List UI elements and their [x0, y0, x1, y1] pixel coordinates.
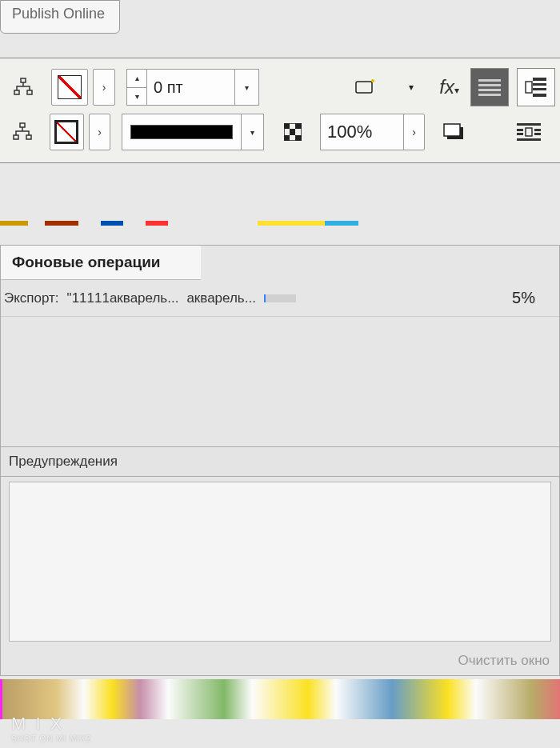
chevron-down-icon: ▾ — [127, 88, 146, 106]
stroke-weight-stepper[interactable]: ▴▾ 0 пт — [126, 69, 235, 106]
svg-rect-11 — [14, 135, 18, 139]
stroke-more-button[interactable]: › — [89, 114, 110, 150]
svg-rect-14 — [284, 123, 290, 129]
warnings-listbox[interactable] — [9, 482, 551, 642]
svg-rect-15 — [295, 123, 302, 129]
svg-rect-22 — [526, 128, 532, 136]
svg-rect-16 — [290, 129, 295, 135]
stroke-style-field[interactable] — [122, 114, 242, 150]
watermark-line1: M I X — [11, 714, 91, 734]
drop-shadow-icon[interactable] — [436, 114, 471, 150]
stroke-style-swatch — [130, 125, 233, 139]
none-swatch-icon — [54, 120, 78, 144]
stroke-swatch-button[interactable] — [50, 114, 85, 150]
svg-rect-20 — [444, 124, 460, 136]
svg-rect-23 — [517, 129, 523, 131]
task-filename: "11111акварель... — [67, 290, 179, 306]
svg-rect-0 — [21, 78, 26, 82]
corner-options-icon[interactable] — [346, 69, 383, 106]
svg-rect-25 — [517, 133, 523, 135]
svg-rect-26 — [534, 133, 541, 135]
fill-swatch-button[interactable] — [51, 69, 88, 106]
stroke-style-dropdown[interactable]: ▾ — [242, 114, 265, 150]
svg-rect-10 — [20, 123, 25, 127]
svg-rect-5 — [533, 78, 546, 81]
task-prefix: Экспорт: — [4, 290, 59, 306]
control-toolbar: › ▴▾ 0 пт ▾ ▾ fx▾ › ▾ 100% — [0, 58, 560, 163]
background-tasks-panel: Фоновые операции Экспорт: "11111акварель… — [0, 245, 560, 676]
clear-window-button[interactable]: Очистить окно — [458, 653, 550, 669]
text-wrap-button[interactable] — [517, 68, 555, 106]
svg-rect-6 — [526, 82, 532, 93]
svg-rect-27 — [517, 138, 541, 141]
chevron-up-icon: ▴ — [127, 70, 146, 88]
toolbar-row-1: › ▴▾ 0 пт ▾ ▾ fx▾ — [0, 65, 560, 110]
text-wrap-active-button[interactable] — [470, 68, 509, 106]
stroke-weight-field[interactable]: 0 пт — [147, 69, 235, 106]
opacity-value: 100% — [327, 122, 372, 142]
stepper-arrows[interactable]: ▴▾ — [126, 69, 147, 106]
none-swatch-icon — [58, 75, 82, 99]
export-task-row: Экспорт: "11111акварель... акварель... 5… — [1, 280, 559, 317]
wrap-option-button[interactable] — [511, 113, 548, 151]
svg-rect-18 — [295, 135, 302, 141]
transparency-icon[interactable] — [275, 114, 310, 150]
text-wrap-lines-icon — [478, 79, 501, 96]
task-filename-2: акварель... — [186, 290, 255, 306]
toolbar-row-2: › ▾ 100% › — [0, 110, 560, 154]
task-progress-fill — [264, 294, 266, 302]
publish-online-label: Publish Online — [12, 6, 105, 22]
clear-row: Очистить окно — [1, 646, 559, 675]
warnings-title: Предупреждения — [1, 446, 559, 477]
svg-rect-9 — [533, 94, 546, 97]
fill-more-button[interactable]: › — [93, 69, 115, 106]
watermark-line2: SHOT ON MI MIX2 — [11, 734, 91, 743]
opacity-more-button[interactable]: › — [403, 114, 425, 150]
svg-rect-2 — [27, 90, 32, 94]
stroke-weight-value: 0 пт — [154, 78, 183, 97]
svg-rect-3 — [356, 82, 372, 93]
svg-rect-12 — [26, 135, 31, 139]
ruler-color-strip — [0, 221, 560, 226]
panel-spacer — [1, 317, 559, 446]
panel-title: Фоновые операции — [1, 246, 201, 280]
task-progress-bar — [264, 294, 296, 302]
svg-rect-7 — [533, 83, 546, 86]
svg-rect-24 — [534, 129, 541, 131]
structure-icon-2[interactable] — [5, 114, 40, 150]
camera-watermark: M I X SHOT ON MI MIX2 — [11, 714, 91, 743]
stroke-style-picker[interactable] — [122, 114, 242, 150]
structure-icon[interactable] — [5, 69, 42, 106]
fx-label: fx — [439, 76, 454, 98]
svg-rect-21 — [517, 123, 541, 126]
svg-rect-8 — [533, 88, 546, 90]
task-percent: 5% — [512, 289, 535, 307]
svg-rect-17 — [284, 135, 290, 141]
svg-point-4 — [371, 79, 374, 82]
wrap-icon — [525, 77, 547, 98]
corner-dropdown-icon[interactable]: ▾ — [393, 69, 430, 106]
wrap-around-icon — [517, 122, 541, 142]
svg-rect-1 — [14, 90, 19, 94]
publish-online-tab[interactable]: Publish Online — [0, 0, 120, 34]
fx-button[interactable]: fx▾ — [439, 76, 459, 98]
stroke-weight-dropdown[interactable]: ▾ — [235, 69, 259, 106]
opacity-field[interactable]: 100% — [320, 114, 404, 150]
